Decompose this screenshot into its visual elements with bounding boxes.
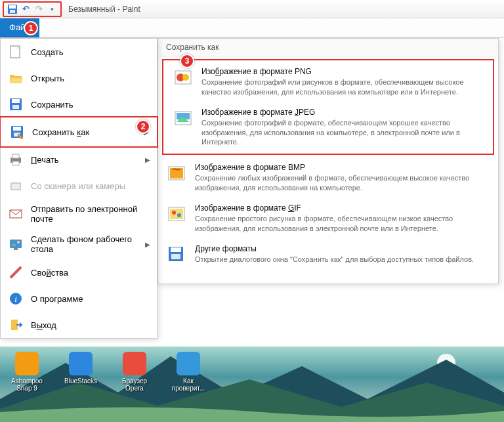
svg-point-32 [177, 213, 181, 217]
annotation-marker-3: 3 [180, 54, 194, 68]
format-title: Изображение в формате GIF [195, 203, 490, 213]
menu-item-new[interactable]: Создать [1, 39, 157, 65]
gif-format-icon [166, 203, 188, 224]
png-format-icon [173, 67, 195, 88]
menu-item-label: Сохранить [31, 100, 150, 110]
format-item-png[interactable]: Изображение в формате PNGСохранение фото… [165, 62, 492, 102]
menu-item-label: Отправить по электронной почте [31, 204, 150, 224]
print-icon [7, 152, 24, 167]
jpeg-format-icon [173, 108, 195, 129]
format-title: Изображение в формате PNG [201, 67, 484, 76]
svg-rect-12 [12, 161, 19, 165]
svg-rect-8 [13, 127, 21, 131]
open-icon [7, 70, 24, 86]
about-icon: i [7, 291, 24, 306]
menu-item-label: Печать [31, 155, 138, 165]
menu-item-props[interactable]: Свойства [1, 259, 157, 285]
quick-access-toolbar: ↶ ↷ ▾ [3, 1, 62, 17]
new-icon [7, 44, 24, 60]
app-icon [15, 352, 39, 375]
svg-rect-14 [12, 184, 20, 189]
app-icon [123, 352, 146, 375]
menu-item-label: Со сканера или камеры [31, 181, 150, 191]
format-desc: Сохранение фотографий в формате, обеспеч… [201, 118, 484, 148]
titlebar: ↶ ↷ ▾ Безымянный - Paint [0, 0, 504, 18]
menu-item-label: Сделать фоном рабочего стола [31, 234, 138, 254]
ribbon-tab-row: Файл [0, 18, 504, 38]
email-icon [7, 206, 24, 222]
desktop-icon-label: BlueStacks [60, 377, 101, 385]
format-item-other[interactable]: Другие форматыОткрытие диалогового окна … [158, 239, 498, 270]
format-desc: Сохранение фотографий или рисунков в фор… [201, 77, 484, 97]
window-title: Безымянный - Paint [68, 5, 140, 14]
props-icon [7, 264, 24, 280]
svg-rect-5 [12, 99, 20, 103]
chevron-right-icon: ▶ [145, 241, 150, 248]
menu-item-label: Свойства [31, 268, 150, 278]
desktop-shortcut[interactable]: Браузер Opera [114, 352, 155, 392]
save-icon [7, 96, 24, 112]
saveas-icon [9, 124, 26, 140]
menu-item-open[interactable]: Открыть [1, 65, 157, 91]
svg-text:i: i [14, 294, 17, 304]
svg-point-17 [17, 241, 20, 243]
menu-item-label: Сохранить как [32, 127, 137, 137]
svg-rect-18 [14, 248, 18, 250]
saveas-submenu: Сохранить как Изображение в формате PNGС… [158, 38, 499, 284]
format-item-gif[interactable]: Изображение в формате GIFСохранение прос… [158, 198, 498, 239]
highlighted-formats-box: Изображение в формате PNGСохранение фото… [162, 59, 494, 155]
svg-point-31 [172, 211, 176, 215]
desktop-icons-row: Ashampoo Snap 9BlueStacksБраузер OperaКа… [7, 352, 209, 392]
format-item-bmp[interactable]: Изображение в формате BMPСохранение любы… [158, 158, 498, 198]
svg-rect-6 [12, 105, 19, 109]
format-desc: Сохранение простого рисунка в формате, о… [195, 214, 490, 234]
app-icon [69, 352, 93, 375]
menu-item-label: О программе [31, 294, 150, 304]
menu-item-saveas[interactable]: Сохранить как▶ [0, 116, 158, 148]
annotation-marker-1: 1 [24, 21, 38, 35]
redo-icon[interactable]: ↷ [33, 3, 45, 15]
bmp-format-icon [166, 163, 188, 184]
format-desc: Сохранение любых изображений в формате, … [195, 173, 490, 193]
format-title: Изображение в формате BMP [195, 163, 490, 172]
format-item-jpeg[interactable]: Изображение в формате JPEGСохранение фот… [165, 102, 492, 153]
submenu-header: Сохранить как [158, 39, 498, 56]
menu-item-save[interactable]: Сохранить [1, 91, 157, 117]
other-format-icon [166, 244, 188, 265]
svg-rect-1 [9, 5, 16, 9]
menu-item-wallpaper[interactable]: Сделать фоном рабочего стола▶ [1, 229, 157, 259]
save-icon[interactable] [7, 3, 18, 15]
svg-rect-11 [12, 154, 19, 158]
svg-point-24 [182, 74, 189, 81]
desktop-shortcut[interactable]: Ashampoo Snap 9 [7, 352, 47, 392]
format-title: Другие форматы [195, 244, 490, 253]
svg-rect-2 [10, 10, 15, 13]
scanner-icon [7, 178, 24, 194]
desktop-icon-label: Как проверит... [168, 377, 209, 392]
qat-dropdown-icon[interactable]: ▾ [46, 3, 58, 15]
menu-item-email[interactable]: Отправить по электронной почте [1, 199, 157, 229]
desktop-wallpaper: Ashampoo Snap 9BlueStacksБраузер OperaКа… [0, 347, 504, 422]
menu-item-print[interactable]: Печать▶ [1, 146, 157, 173]
undo-icon[interactable]: ↶ [20, 3, 32, 15]
menu-item-label: Создать [31, 47, 150, 57]
menu-item-label: Открыть [31, 74, 150, 83]
chevron-right-icon: ▶ [145, 156, 150, 163]
desktop-icon-label: Браузер Opera [114, 377, 155, 392]
svg-rect-30 [170, 209, 183, 219]
wallpaper-icon [7, 236, 24, 252]
file-menu: СоздатьОткрытьСохранитьСохранить как▶Печ… [0, 38, 158, 339]
desktop-shortcut[interactable]: BlueStacks [60, 352, 101, 392]
menu-item-exit[interactable]: Выход [1, 312, 157, 338]
desktop-icon-label: Ashampoo Snap 9 [7, 377, 47, 392]
format-title: Изображение в формате JPEG [201, 108, 484, 117]
exit-icon [7, 317, 24, 333]
format-desc: Открытие диалогового окна "Сохранить как… [195, 255, 490, 264]
svg-rect-34 [171, 247, 181, 252]
menu-item-about[interactable]: iО программе [1, 285, 157, 312]
desktop-shortcut[interactable]: Как проверит... [168, 352, 209, 392]
svg-rect-16 [10, 240, 22, 248]
app-icon [177, 352, 200, 375]
menu-item-scanner: Со сканера или камеры [1, 173, 157, 199]
svg-rect-35 [171, 254, 180, 259]
